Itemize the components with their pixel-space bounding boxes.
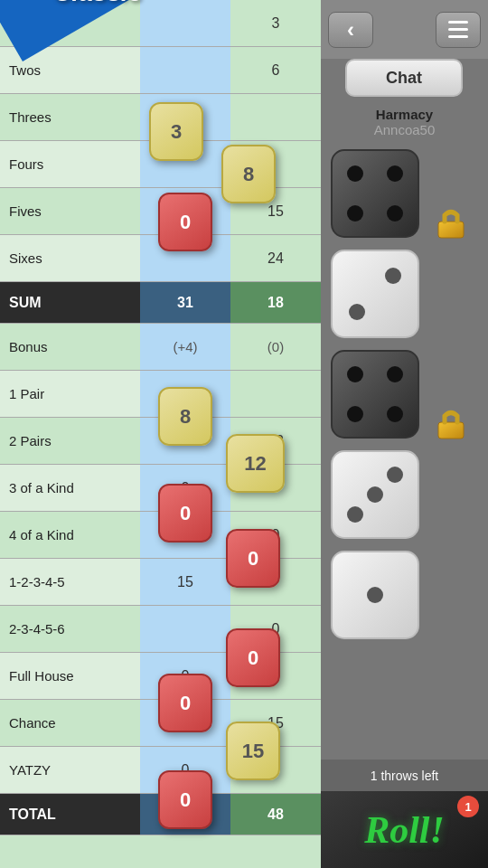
svg-point-11 [387,366,403,382]
roll-area: 1 throws left Roll! 1 [321,760,488,868]
label-2pairs: 2 Pairs [0,433,140,448]
row-bonus: Bonus (+4) (0) [0,324,321,371]
score-ones-p2[interactable]: 3 [230,0,321,46]
score-sum-p1: 31 [140,282,230,323]
score-threes-p2[interactable] [230,94,321,140]
tile-23456[interactable]: 0 [226,628,280,687]
label-fullhouse: Full House [0,668,140,684]
right-panel: ‹ Chat Harmacy Anncoa50 [321,0,488,868]
svg-point-12 [347,406,363,422]
tile-3kind[interactable]: 0 [158,484,212,542]
svg-point-7 [349,304,365,320]
label-1pair: 1 Pair [0,386,140,401]
tile-chance[interactable]: 15 [226,722,280,780]
die-2-container[interactable] [330,249,470,344]
svg-point-4 [387,205,403,222]
tile-fours[interactable]: 8 [221,145,276,203]
score-bonus-p2: (0) [230,324,321,370]
score-twos-p1[interactable] [140,47,230,93]
die-3-container[interactable] [330,349,470,444]
back-button[interactable]: ‹ [328,12,373,48]
label-total: TOTAL [0,807,140,823]
current-player-name: Harmacy [376,107,433,122]
opponent-player-name: Anncoa50 [374,122,436,137]
tile-1pair[interactable]: 8 [158,387,212,446]
throws-left-indicator: 1 throws left [321,760,488,791]
svg-point-17 [367,486,383,503]
svg-point-3 [347,205,363,222]
label-3kind: 3 of a Kind [0,480,140,495]
label-4kind: 4 of a Kind [0,527,140,542]
score-bonus-p1: (+4) [140,324,230,370]
svg-rect-5 [438,222,464,238]
svg-rect-14 [438,422,464,439]
svg-point-13 [387,406,403,422]
score-twos-p2[interactable]: 6 [230,47,321,93]
chat-button[interactable]: Chat [345,59,463,97]
tile-threes[interactable]: 3 [149,102,203,161]
label-12345: 1-2-3-4-5 [0,574,140,590]
tile-yatzy[interactable]: 0 [158,770,212,829]
label-bonus: Bonus [0,339,140,354]
tile-fullhouse[interactable]: 0 [158,674,212,732]
menu-button[interactable] [436,12,481,48]
lock-icon-1 [434,203,468,240]
die-3[interactable] [330,349,420,439]
tile-2pairs[interactable]: 12 [226,434,285,493]
row-sum: SUM 31 18 [0,282,321,324]
score-total-p2: 48 [230,794,321,835]
row-twos[interactable]: Twos 6 [0,47,321,94]
score-ones-p1[interactable] [140,0,230,46]
score-12345-p1[interactable]: 15 [140,559,230,605]
die-4[interactable] [330,449,420,540]
die-5-container[interactable] [330,550,470,645]
classic-banner-text: Classic [53,0,142,7]
hamburger-icon [448,21,468,38]
svg-rect-0 [332,150,418,237]
throws-left-text: 1 throws left [371,769,438,783]
roll-button[interactable]: Roll! 1 [321,791,488,868]
tile-4kind[interactable]: 0 [226,529,280,588]
score-panel: Ones 3 Twos 6 Threes 3 Fours Fives 0 15 [0,0,321,868]
score-23456-p1[interactable] [140,606,230,652]
svg-point-2 [387,165,403,182]
label-sixes: Sixes [0,250,140,266]
die-4-container[interactable] [330,449,470,544]
score-sum-p2: 18 [230,282,321,323]
right-header: ‹ [321,0,488,59]
label-threes: Threes [0,109,140,125]
svg-rect-6 [332,250,418,337]
player-names-area: Harmacy Anncoa50 [321,104,488,140]
label-fours: Fours [0,156,140,172]
die-1[interactable] [330,148,420,239]
dice-area [321,144,488,649]
label-fives: Fives [0,203,140,219]
label-23456: 2-3-4-5-6 [0,621,140,637]
tile-fives[interactable]: 0 [158,193,212,251]
svg-point-18 [387,467,403,483]
lock-icon-3 [434,404,468,440]
svg-point-8 [385,268,401,284]
label-twos: Twos [0,62,140,78]
chat-label: Chat [386,69,422,88]
die-5[interactable] [330,550,420,640]
svg-point-16 [347,506,363,523]
svg-point-10 [347,366,363,382]
score-1pair-p2[interactable] [230,371,321,417]
label-yatzy: YATZY [0,762,140,778]
notification-badge: 1 [457,796,479,817]
die-2[interactable] [330,249,420,339]
roll-label[interactable]: Roll! [364,808,445,852]
label-chance: Chance [0,715,140,731]
svg-point-20 [367,587,383,603]
score-sixes-p2[interactable]: 24 [230,235,321,281]
svg-point-1 [347,165,363,182]
label-sum: SUM [0,295,140,311]
die-1-container[interactable] [330,148,470,243]
notification-count: 1 [465,800,471,814]
back-icon: ‹ [347,17,354,42]
svg-rect-9 [332,351,418,438]
